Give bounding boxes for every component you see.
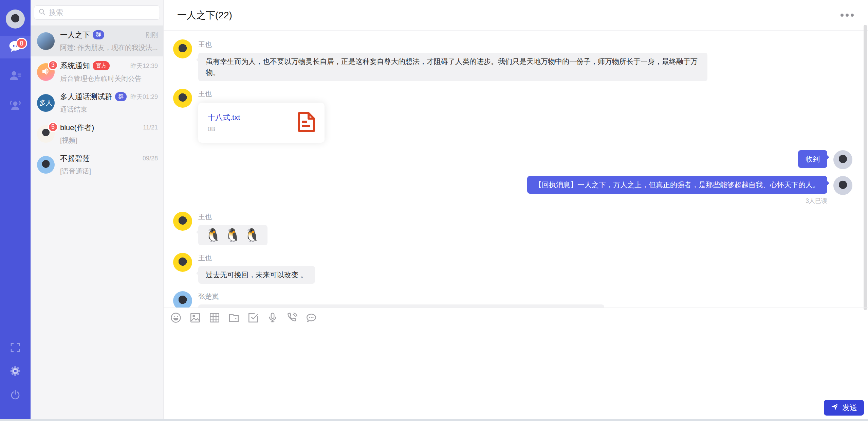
phone-icon[interactable] (286, 312, 298, 323)
contacts-icon (8, 69, 22, 84)
avatar[interactable] (173, 291, 192, 308)
search-input[interactable] (49, 8, 155, 17)
message-bubble[interactable]: 【回执消息】一人之下，万人之上，但真正的强者，是那些能够超越自我、心怀天下的人。 (527, 176, 827, 194)
chat-header: 一人之下(22) (164, 0, 868, 31)
conversation-time: 11/21 (140, 124, 158, 131)
file-size: 0B (208, 126, 240, 133)
conversation-time: 刚刚 (143, 31, 158, 39)
list-item-system-notice[interactable]: 3 系统通知 官方 昨天12:39 后台管理仓库临时关闭公告 (31, 56, 163, 87)
scrollbar[interactable] (864, 25, 867, 310)
app-window: 8 (0, 0, 868, 419)
more-menu-icon[interactable] (838, 12, 856, 19)
gear-icon (9, 365, 21, 379)
emoji-icon[interactable] (170, 312, 182, 323)
group-tag: 群 (93, 30, 104, 39)
conversation-name: blue(作者) (60, 123, 94, 133)
nav-chats[interactable]: 8 (0, 36, 31, 58)
file-document-icon (297, 111, 316, 134)
official-tag: 官方 (93, 61, 110, 70)
sticker-bubble[interactable]: 🐧🐧🐧 (198, 225, 267, 245)
sender-name: 张楚岚 (198, 292, 219, 301)
chats-unread-badge: 8 (16, 38, 27, 49)
check-square-icon[interactable] (247, 312, 259, 323)
conversation-name: 系统通知 (60, 61, 90, 71)
message-bubble[interactable]: 虽有幸生而为人，也不要以万物灵长自居，正是这种妄自尊大的想法，才阻碍了人类的进步… (198, 53, 707, 81)
conversation-preview: 后台管理仓库临时关闭公告 (60, 74, 158, 83)
search-box[interactable] (34, 5, 160, 20)
group-tag: 群 (115, 92, 127, 101)
conversation-preview: 阿莲: 作为朋友，现在的我没法... (60, 43, 158, 52)
avatar[interactable] (833, 150, 852, 169)
group-icon (8, 98, 22, 113)
conversation-name: 一人之下 (60, 30, 90, 40)
avatar: 5 (37, 125, 55, 143)
send-button[interactable]: 发送 (824, 400, 864, 416)
avatar: 3 (37, 63, 55, 81)
chat-history-icon[interactable] (306, 312, 317, 323)
avatar (37, 32, 55, 50)
conversation-time: 09/28 (140, 155, 158, 162)
image-icon[interactable] (189, 312, 201, 323)
list-item-buyaobilian[interactable]: 不摇碧莲 09/28 [语音通话] (31, 149, 163, 180)
list-item-blue-author[interactable]: 5 blue(作者) 11/21 [视频] (31, 118, 163, 149)
message-bubble[interactable]: 过去无可挽回，未来可以改变 。 (198, 266, 315, 284)
sender-name: 王也 (198, 253, 212, 263)
unread-badge: 5 (48, 122, 58, 132)
message-input[interactable] (164, 330, 868, 396)
grid-icon[interactable] (209, 312, 220, 323)
chat-items: 一人之下 群 刚刚 阿莲: 作为朋友，现在的我没法... 3 系统通知 (31, 25, 163, 180)
fullscreen-button[interactable] (0, 343, 31, 354)
file-name[interactable]: 十八式.txt (208, 112, 240, 123)
file-attachment-card[interactable]: 十八式.txt 0B (198, 103, 325, 143)
message-incoming: 王也 虽有幸生而为人，也不要以万物灵长自居，正是这种妄自尊大的想法，才阻碍了人类… (173, 39, 852, 81)
avatar: 多人 (37, 94, 55, 112)
avatar[interactable] (173, 212, 192, 231)
avatar[interactable] (173, 39, 192, 58)
avatar (37, 156, 55, 174)
user-avatar[interactable] (6, 10, 25, 29)
nav-contacts[interactable] (0, 65, 31, 88)
message-incoming: 张楚岚 作为朋友，现在的我没法保证救你逃出生天，我能保证的只有...如果你真的会… (173, 291, 852, 308)
message-bubble[interactable]: 作为朋友，现在的我没法保证救你逃出生天，我能保证的只有...如果你真的会遭遇到什… (198, 304, 604, 308)
avatar[interactable] (173, 253, 192, 272)
conversation-name: 不摇碧莲 (60, 154, 90, 164)
conversation-name: 多人通话测试群 (60, 92, 112, 102)
folder-icon[interactable] (228, 312, 240, 323)
power-icon (10, 389, 21, 402)
left-rail: 8 (0, 0, 31, 419)
list-item-multi-call-group[interactable]: 多人 多人通话测试群 群 昨天01:29 通话结束 (31, 87, 163, 118)
avatar[interactable] (173, 89, 192, 108)
search-icon (38, 8, 46, 17)
sender-name: 王也 (198, 40, 212, 49)
settings-button[interactable] (0, 365, 31, 379)
message-list: 王也 虽有幸生而为人，也不要以万物灵长自居，正是这种妄自尊大的想法，才阻碍了人类… (164, 31, 868, 308)
sender-name: 王也 (198, 89, 212, 99)
chat-panel: 一人之下(22) 王也 虽有幸生而为人，也不要以万物灵长自居，正是这种妄自尊大的… (164, 0, 868, 419)
message-incoming-sticker: 王也 🐧🐧🐧 (173, 212, 852, 245)
fullscreen-icon (10, 343, 20, 354)
sender-name: 王也 (198, 212, 212, 222)
conversation-time: 昨天12:39 (128, 62, 158, 70)
conversation-list-panel: 一人之下 群 刚刚 阿莲: 作为朋友，现在的我没法... 3 系统通知 (31, 0, 164, 419)
conversation-preview: 通话结束 (60, 105, 158, 114)
conversation-time: 昨天01:29 (128, 93, 158, 101)
power-button[interactable] (0, 389, 31, 402)
read-receipt: 3人已读 (806, 197, 827, 205)
microphone-icon[interactable] (267, 312, 278, 323)
nav-groups[interactable] (0, 94, 31, 117)
message-incoming-file: 王也 十八式.txt 0B (173, 89, 852, 143)
chat-title: 一人之下(22) (177, 9, 232, 22)
avatar[interactable] (833, 176, 852, 195)
input-toolbar (170, 312, 861, 323)
window-bottom-edge (0, 419, 868, 421)
message-bubble[interactable]: 收到 (798, 150, 827, 168)
unread-badge: 3 (48, 60, 58, 70)
conversation-preview: [语音通话] (60, 167, 158, 176)
conversation-preview: [视频] (60, 136, 158, 145)
paper-plane-icon (831, 403, 839, 413)
message-input-area: 发送 (164, 308, 868, 419)
list-item-yirenzhixia[interactable]: 一人之下 群 刚刚 阿莲: 作为朋友，现在的我没法... (31, 25, 163, 56)
message-outgoing-receipt: 【回执消息】一人之下，万人之上，但真正的强者，是那些能够超越自我、心怀天下的人。… (173, 176, 852, 205)
send-label: 发送 (842, 403, 857, 413)
message-outgoing: 收到 (173, 150, 852, 169)
